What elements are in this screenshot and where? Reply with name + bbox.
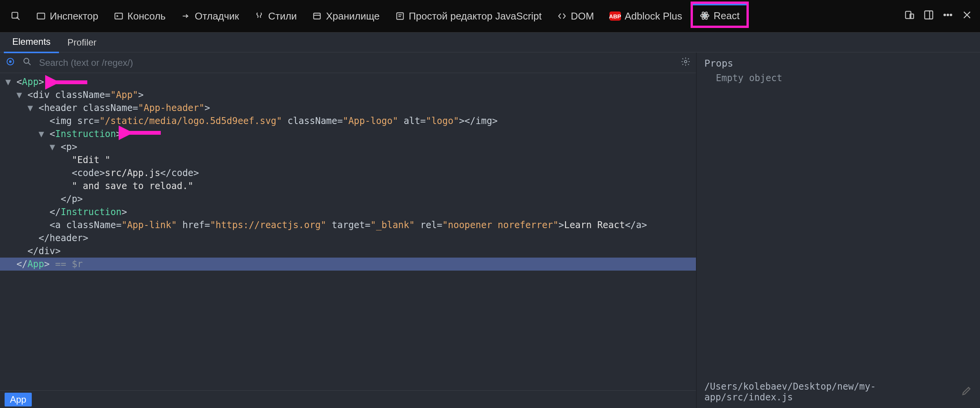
- settings-button[interactable]: [681, 57, 691, 69]
- picker-icon: [11, 11, 21, 21]
- more-icon[interactable]: [942, 10, 953, 23]
- search-input[interactable]: [39, 57, 674, 68]
- tree-row[interactable]: </div>: [0, 245, 696, 258]
- tree-row[interactable]: <a className="App-link" href="https://re…: [0, 219, 696, 232]
- search-icon: [22, 57, 32, 69]
- tab-adblock[interactable]: ABP Adblock Plus: [603, 7, 689, 26]
- tab-styles[interactable]: Стили: [247, 7, 304, 26]
- inspector-side-pane: Props Empty object /Users/kolebaev/Deskt…: [697, 52, 980, 408]
- pencil-icon[interactable]: [961, 385, 972, 399]
- dom-icon: [557, 11, 567, 21]
- responsive-icon[interactable]: [904, 10, 915, 23]
- react-devtools-panel: Elements Profiler: [0, 33, 980, 408]
- tab-jseditor[interactable]: Простой редактор JavaScript: [388, 7, 549, 26]
- styles-icon: [254, 11, 264, 21]
- tree-row[interactable]: ▼ <header className="App-header">: [0, 101, 696, 114]
- tree-row[interactable]: ▼ <App>: [0, 75, 696, 88]
- props-heading: Props: [704, 58, 972, 69]
- svg-rect-3: [314, 13, 320, 19]
- tab-label: React: [714, 10, 740, 22]
- tree-row[interactable]: </header>: [0, 232, 696, 245]
- tree-row[interactable]: ▼ <Instruction>: [0, 127, 696, 140]
- inspect-element-button[interactable]: [5, 57, 15, 69]
- tab-console[interactable]: Консоль: [107, 7, 173, 26]
- breadcrumb-bar: App: [0, 390, 696, 408]
- tab-label: Хранилище: [326, 10, 379, 22]
- close-icon[interactable]: [962, 10, 972, 23]
- tab-label: Отладчик: [195, 10, 239, 22]
- props-value: Empty object: [704, 73, 972, 83]
- tab-label: Простой редактор JavaScript: [409, 10, 542, 22]
- svg-rect-1: [37, 13, 45, 19]
- tree-row[interactable]: ▼ <div className="App">: [0, 88, 696, 101]
- element-picker-button[interactable]: [4, 7, 28, 25]
- tab-react[interactable]: React: [693, 4, 746, 26]
- react-subtabs: Elements Profiler: [0, 33, 980, 52]
- abp-badge-icon: ABP: [609, 11, 621, 21]
- svg-line-24: [28, 63, 30, 65]
- svg-point-23: [24, 58, 29, 63]
- subtab-profiler[interactable]: Profiler: [59, 33, 105, 52]
- tree-row[interactable]: "Edit ": [0, 153, 696, 166]
- tree-row[interactable]: <code>src/App.js</code>: [0, 166, 696, 180]
- tab-label: Консоль: [127, 10, 166, 22]
- svg-point-8: [704, 15, 706, 16]
- component-tree-pane: ▼ <App> ▼ <div className="App"> ▼ <heade…: [0, 52, 697, 408]
- subtab-elements[interactable]: Elements: [4, 32, 59, 53]
- tab-dom[interactable]: DOM: [550, 7, 601, 26]
- annotation-highlight: React: [691, 2, 749, 28]
- tab-inspector[interactable]: Инспектор: [29, 7, 105, 26]
- svg-point-25: [684, 60, 687, 63]
- source-location: /Users/kolebaev/Desktop/new/my-app/src/i…: [704, 381, 972, 403]
- svg-point-16: [944, 14, 946, 16]
- component-tree[interactable]: ▼ <App> ▼ <div className="App"> ▼ <heade…: [0, 73, 696, 390]
- tab-debugger[interactable]: Отладчик: [174, 7, 246, 26]
- devtools-toolbar: Инспектор Консоль Отладчик Стили Хранили…: [0, 0, 980, 33]
- svg-point-22: [10, 60, 11, 62]
- console-icon: [114, 11, 124, 21]
- breadcrumb-item[interactable]: App: [5, 393, 32, 406]
- svg-rect-2: [115, 13, 122, 19]
- inspector-icon: [36, 11, 46, 21]
- tab-label: Инспектор: [50, 10, 98, 22]
- tab-storage[interactable]: Хранилище: [305, 7, 386, 26]
- svg-rect-14: [925, 11, 933, 19]
- tree-row[interactable]: ▼ <p>: [0, 140, 696, 153]
- source-path: /Users/kolebaev/Desktop/new/my-app/src/i…: [704, 381, 957, 403]
- search-bar: [0, 52, 696, 73]
- storage-icon: [312, 11, 322, 21]
- tree-row[interactable]: <img src="/static/media/logo.5d5d9eef.sv…: [0, 114, 696, 127]
- dock-icon[interactable]: [923, 10, 934, 23]
- debugger-icon: [181, 11, 191, 21]
- tree-row[interactable]: </p>: [0, 193, 696, 206]
- tree-row[interactable]: </Instruction>: [0, 206, 696, 219]
- tree-row-selected[interactable]: </App> == $r: [0, 258, 696, 271]
- react-icon: [700, 11, 710, 21]
- jseditor-icon: [395, 11, 405, 21]
- svg-point-18: [950, 14, 952, 16]
- svg-point-17: [947, 14, 949, 16]
- tab-label: DOM: [571, 10, 594, 22]
- tab-label: Adblock Plus: [625, 10, 682, 22]
- tree-row[interactable]: " and save to reload.": [0, 180, 696, 193]
- tab-label: Стили: [268, 10, 297, 22]
